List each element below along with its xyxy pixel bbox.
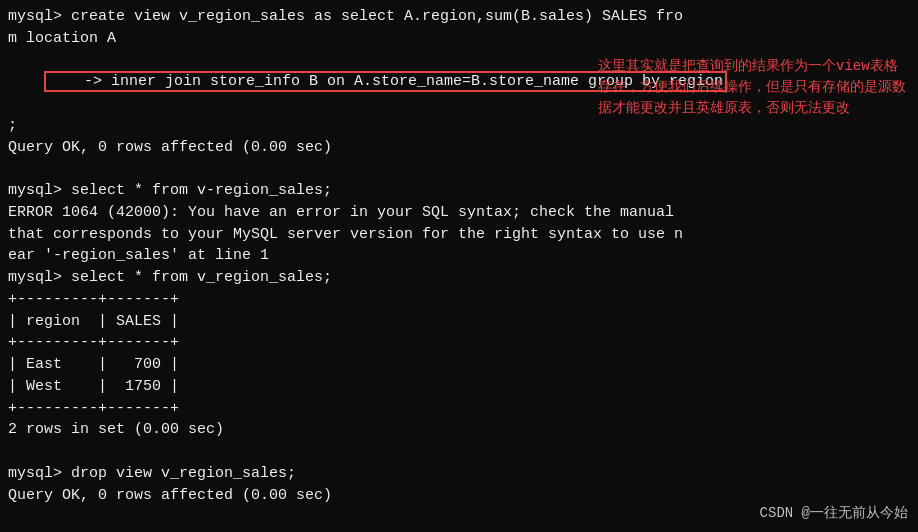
terminal-line-2: m location A — [8, 28, 910, 50]
terminal-line-17: +---------+-------+ — [8, 398, 910, 420]
terminal-line-14: +---------+-------+ — [8, 332, 910, 354]
terminal-line-12: +---------+-------+ — [8, 289, 910, 311]
terminal-line-8: ERROR 1064 (42000): You have an error in… — [8, 202, 910, 224]
terminal-line-18: 2 rows in set (0.00 sec) — [8, 419, 910, 441]
terminal: mysql> create view v_region_sales as sel… — [0, 0, 918, 532]
terminal-line-21: Query OK, 0 rows affected (0.00 sec) — [8, 485, 910, 507]
terminal-line-1: mysql> create view v_region_sales as sel… — [8, 6, 910, 28]
watermark: CSDN @一往无前从今始 — [760, 504, 908, 522]
terminal-line-7: mysql> select * from v-region_sales; — [8, 180, 910, 202]
terminal-line-19 — [8, 441, 910, 463]
terminal-line-11: mysql> select * from v_region_sales; — [8, 267, 910, 289]
terminal-line-20: mysql> drop view v_region_sales; — [8, 463, 910, 485]
terminal-line-13: | region | SALES | — [8, 311, 910, 333]
terminal-line-9: that corresponds to your MySQL server ve… — [8, 224, 910, 246]
terminal-line-6 — [8, 158, 910, 180]
terminal-line-5: Query OK, 0 rows affected (0.00 sec) — [8, 137, 910, 159]
terminal-line-16: | West | 1750 | — [8, 376, 910, 398]
terminal-line-15: | East | 700 | — [8, 354, 910, 376]
annotation-comment: 这里其实就是把查询到的结果作为一个view表格存在，方便我们后续操作，但是只有存… — [598, 56, 908, 119]
terminal-line-10: ear '-region_sales' at line 1 — [8, 245, 910, 267]
